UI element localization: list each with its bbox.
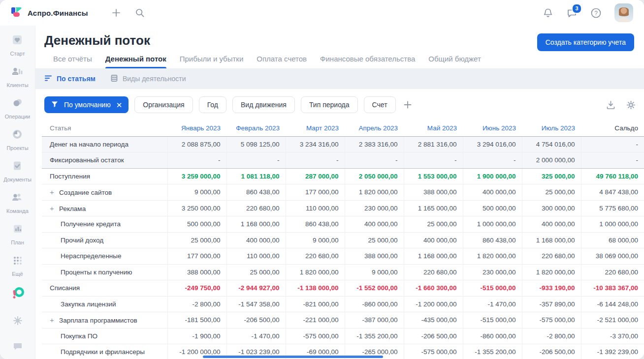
cell-value: -2 800,00 — [522, 328, 581, 344]
cell-value: 25 000,00 — [345, 232, 404, 248]
cell-value: 25 000,00 — [522, 184, 581, 201]
cell-value: 68 000,00 — [581, 232, 644, 248]
cell-value: 1 000 000,00 — [463, 216, 522, 233]
search-icon[interactable] — [134, 7, 145, 18]
cell-value: -575 000,00 — [286, 328, 345, 344]
filter-chip-year[interactable]: Год — [199, 96, 226, 113]
filter-chip-period-type[interactable]: Тип периода — [301, 96, 358, 113]
remove-filter-icon[interactable]: ✕ — [116, 101, 123, 109]
sidebar-item-label: Клиенты — [6, 82, 28, 88]
column-header-month[interactable]: Январь 2023 — [167, 120, 226, 136]
create-category-button[interactable]: Создать категорию учета — [537, 33, 634, 51]
filter-chip-account[interactable]: Счет — [364, 96, 396, 113]
cell-value: 3 250 000,00 — [167, 200, 226, 216]
column-header-month[interactable]: Июнь 2023 — [463, 120, 522, 136]
subtab-by-articles[interactable]: По статьям — [44, 75, 96, 83]
column-header-month[interactable]: Июль 2023 — [522, 120, 581, 136]
cell-value: 110 000,00 — [286, 200, 345, 216]
horizontal-scrollbar-thumb[interactable] — [203, 356, 383, 358]
cashflow-table: Статья Январь 2023 Февраль 2023 Март 202… — [42, 120, 644, 359]
filter-row: По умолчанию ✕ Организация Год Вид движе… — [42, 89, 644, 120]
sidebar-item-more[interactable]: Ещё — [11, 254, 24, 277]
download-icon[interactable] — [606, 100, 616, 110]
quick-add-icon[interactable] — [111, 7, 122, 18]
tab-profit-loss[interactable]: Прибыли и убытки — [180, 55, 244, 68]
sidebar-item-plan[interactable]: План — [11, 222, 24, 245]
table-settings-gear-icon[interactable] — [626, 100, 636, 110]
row-label: Покупка ПО — [61, 332, 97, 340]
brand[interactable]: Аспро.Финансы — [10, 5, 88, 20]
filter-chip-movement-type[interactable]: Вид движения — [232, 96, 295, 113]
filter-chip-organization[interactable]: Организация — [134, 96, 193, 113]
column-header-month[interactable]: Март 2023 — [286, 120, 345, 136]
cell-value: 110 000,00 — [226, 248, 286, 265]
report-content: По умолчанию ✕ Организация Год Вид движе… — [35, 89, 644, 359]
sidebar: Старт Клиенты Операции Проекты Документы… — [0, 26, 35, 359]
tab-financial-obligations[interactable]: Финансовые обязательства — [320, 55, 415, 68]
sidebar-item-team[interactable]: Команда — [6, 191, 29, 214]
table-row[interactable]: Проценты к получению388 000,0025 000,001… — [42, 264, 644, 280]
expand-row-icon[interactable]: + — [50, 188, 55, 196]
table-row[interactable]: Нераспределенные177 000,00110 000,00220 … — [42, 248, 644, 265]
cell-value: 388 000,00 — [404, 184, 463, 201]
table-row[interactable]: Поступления3 259 000,001 081 118,00287 0… — [42, 168, 644, 184]
tab-cash-flow[interactable]: Денежный поток — [105, 55, 166, 68]
user-avatar[interactable] — [614, 3, 633, 22]
cell-value: -2 521 000,00 — [581, 312, 644, 329]
table-row[interactable]: Списания-249 750,00-2 944 927,00-1 138 0… — [42, 280, 644, 297]
column-header-month[interactable]: Апрель 2023 — [345, 120, 404, 136]
column-header-month[interactable]: Май 2023 — [404, 120, 463, 136]
main-panel: Денежный поток Создать категорию учета В… — [35, 26, 644, 359]
cell-value: -221 000,00 — [286, 312, 345, 329]
cell-value: -206 500,00 — [404, 328, 463, 344]
table-row[interactable]: +Реклама3 250 000,00220 680,00110 000,00… — [42, 200, 644, 216]
active-filter-chip[interactable]: По умолчанию ✕ — [44, 96, 129, 113]
cell-value: -10 383 367,00 — [581, 280, 644, 297]
tab-general-budget[interactable]: Общий бюджет — [428, 55, 481, 68]
tab-all-reports[interactable]: Все отчёты — [53, 55, 92, 68]
table-row[interactable]: +Создание сайтов9 000,00860 438,00177 00… — [42, 184, 644, 201]
row-label: Получение кредита — [61, 220, 121, 228]
table-row[interactable]: Фиксированный остаток------2 000 000,00- — [42, 152, 644, 169]
tab-invoice-payment[interactable]: Оплата счетов — [257, 55, 307, 68]
messages-chat-icon[interactable]: 3 — [566, 7, 578, 18]
cell-value: 3 259 000,00 — [167, 168, 226, 184]
projects-icon — [11, 128, 24, 143]
cell-value: - — [226, 152, 286, 169]
settings-gear-icon[interactable] — [12, 315, 24, 329]
sidebar-item-clients[interactable]: Клиенты — [6, 65, 28, 88]
sidebar-item-projects[interactable]: Проекты — [6, 128, 28, 151]
cell-value: 5 775 680,00 — [581, 200, 644, 216]
cell-value: -206 500,00 — [226, 312, 286, 329]
cell-value: 25 000,00 — [167, 232, 226, 248]
add-filter-icon[interactable] — [403, 100, 413, 110]
support-chat-icon[interactable] — [12, 340, 24, 354]
row-label: Зарплата программистов — [59, 317, 137, 324]
more-grid-icon — [11, 254, 24, 269]
help-icon[interactable]: ? — [590, 7, 602, 19]
cell-value: -181 500,00 — [167, 312, 226, 329]
cell-value: 1 820 000,00 — [522, 264, 581, 280]
table-row[interactable]: Денег на начало периода2 088 875,005 098… — [42, 136, 644, 152]
expand-row-icon[interactable]: + — [50, 316, 55, 324]
table-row[interactable]: Получение кредита500 000,001 168 000,008… — [42, 216, 644, 233]
stacked-rows-icon — [110, 74, 118, 84]
cell-value: 388 000,00 — [167, 264, 226, 280]
expand-row-icon[interactable]: + — [50, 204, 55, 212]
view-mode-bar: По статьям Виды деятельности — [35, 68, 644, 89]
sidebar-item-operations[interactable]: Операции — [5, 96, 30, 120]
notifications-bell-icon[interactable] — [543, 7, 553, 18]
sidebar-item-documents[interactable]: Документы — [3, 159, 32, 182]
column-header-month[interactable]: Февраль 2023 — [226, 120, 286, 136]
row-label: Создание сайтов — [59, 189, 112, 196]
subtab-activity-types[interactable]: Виды деятельности — [110, 74, 186, 84]
cell-value: 1 820 000,00 — [345, 184, 404, 201]
app-footer-logo-icon[interactable] — [10, 285, 26, 303]
table-row[interactable]: Покупка ПО-1 900,00-1 470,00-575 000,00-… — [42, 328, 644, 344]
table-row[interactable]: +Зарплата программистов-181 500,00-206 5… — [42, 312, 644, 329]
table-row[interactable]: Закупка лицензий-2 800,00-1 547 358,00-8… — [42, 296, 644, 312]
table-row[interactable]: Прочий доход25 000,00400 000,009 000,002… — [42, 232, 644, 248]
cell-value: -387 000,00 — [345, 312, 404, 329]
cell-value: 230 000,00 — [463, 264, 522, 280]
sidebar-item-start[interactable]: Старт — [10, 33, 25, 57]
